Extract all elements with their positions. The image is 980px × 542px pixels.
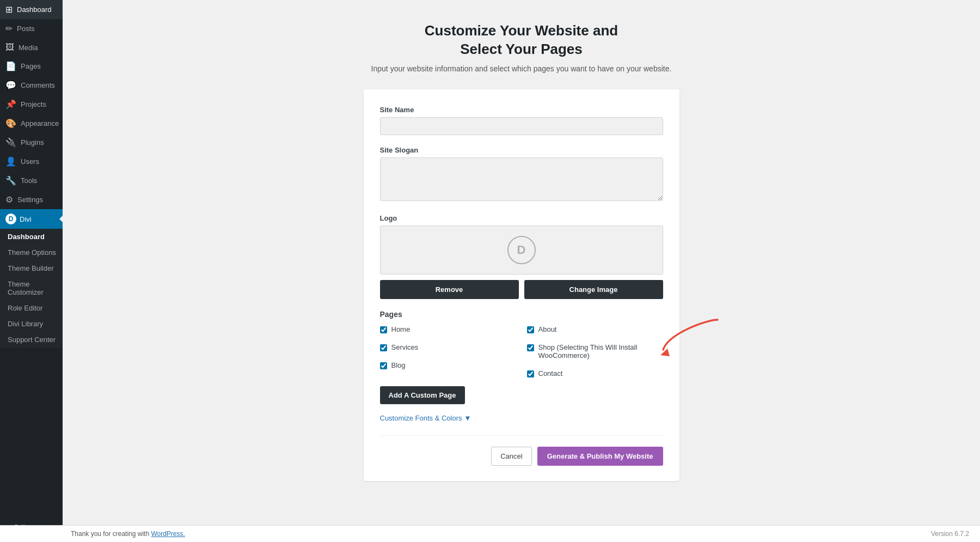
generate-publish-button[interactable]: Generate & Publish My Website [537, 447, 663, 466]
logo-group: Logo D Remove Change Image [380, 214, 663, 299]
sidebar-item-appearance[interactable]: 🎨 Appearance [0, 114, 63, 133]
page-checkbox-about[interactable] [527, 326, 534, 333]
page-item-about: About [527, 325, 663, 333]
pages-icon: 📄 [5, 61, 16, 71]
site-name-group: Site Name [380, 106, 663, 135]
change-image-button[interactable]: Change Image [524, 280, 663, 299]
pages-grid: Home Services Blog [380, 325, 663, 377]
divi-logo-icon: D [5, 214, 16, 224]
sidebar-item-plugins[interactable]: 🔌 Plugins [0, 133, 63, 152]
page-item-shop: Shop (Selecting This Will Install WooCom… [527, 343, 663, 360]
logo-label: Logo [380, 214, 663, 222]
page-checkbox-shop[interactable] [527, 344, 534, 351]
sidebar-item-projects[interactable]: 📌 Projects [0, 95, 63, 114]
divi-submenu-theme-builder[interactable]: Theme Builder [0, 260, 63, 276]
add-custom-page-button[interactable]: Add A Custom Page [380, 386, 465, 404]
page-item-services: Services [380, 343, 516, 351]
site-name-label: Site Name [380, 106, 663, 114]
divi-menu-arrow [59, 216, 63, 222]
page-checkbox-contact[interactable] [527, 370, 534, 377]
page-checkbox-home[interactable] [380, 326, 387, 333]
logo-placeholder: D [507, 236, 536, 264]
divi-submenu-role-editor[interactable]: Role Editor [0, 300, 63, 316]
wordpress-link[interactable]: WordPress. [151, 530, 185, 538]
page-checkbox-services[interactable] [380, 344, 387, 351]
pages-section: Pages Home Services Blo [380, 310, 663, 422]
divi-submenu-dashboard[interactable]: Dashboard [0, 229, 63, 245]
customize-fonts-link[interactable]: Customize Fonts & Colors ▼ [380, 414, 663, 422]
sidebar-item-comments[interactable]: 💬 Comments [0, 76, 63, 95]
sidebar-item-users[interactable]: 👤 Users [0, 152, 63, 171]
red-arrow-annotation [658, 317, 723, 361]
logo-buttons: Remove Change Image [380, 280, 663, 299]
comments-icon: 💬 [5, 80, 16, 90]
tools-icon: 🔧 [5, 175, 16, 186]
divi-submenu-theme-customizer[interactable]: Theme Customizer [0, 276, 63, 300]
main-card: Site Name Site Slogan Logo D Remove Chan… [364, 89, 679, 481]
page-item-contact: Contact [527, 369, 663, 377]
bottom-bar-text: Thank you for creating with WordPress. [71, 530, 185, 538]
logo-area: D [380, 226, 663, 275]
divi-menu-header[interactable]: D Divi [0, 209, 63, 229]
card-footer: Cancel Generate & Publish My Website [380, 435, 663, 466]
pages-label: Pages [380, 310, 663, 319]
page-title: Customize Your Website and Select Your P… [425, 22, 618, 59]
settings-icon: ⚙ [5, 194, 13, 205]
version-text: Version 6.7.2 [931, 530, 969, 538]
pages-left-col: Home Services Blog [380, 325, 516, 377]
pages-right-col: About Shop (Selecting This Will Install … [527, 325, 663, 377]
users-icon: 👤 [5, 156, 16, 167]
page-checkbox-blog[interactable] [380, 362, 387, 369]
dashboard-icon: ⊞ [5, 4, 13, 15]
projects-icon: 📌 [5, 99, 16, 109]
bottom-bar: Thank you for creating with WordPress. V… [0, 525, 980, 542]
sidebar-item-posts[interactable]: ✏ Posts [0, 19, 63, 38]
site-slogan-label: Site Slogan [380, 146, 663, 154]
divi-submenu-divi-library[interactable]: Divi Library [0, 316, 63, 332]
sidebar: ⊞ Dashboard ✏ Posts 🖼 Media 📄 Pages 💬 Co… [0, 0, 63, 542]
page-subtitle: Input your website information and selec… [371, 64, 672, 73]
posts-icon: ✏ [5, 23, 13, 34]
sidebar-item-dashboard[interactable]: ⊞ Dashboard [0, 0, 63, 19]
page-item-blog: Blog [380, 361, 516, 369]
divi-submenu-theme-options[interactable]: Theme Options [0, 245, 63, 260]
cancel-button[interactable]: Cancel [491, 447, 531, 466]
divi-submenu-support-center[interactable]: Support Center [0, 332, 63, 348]
svg-marker-0 [660, 349, 670, 356]
remove-button[interactable]: Remove [380, 280, 519, 299]
sidebar-item-media[interactable]: 🖼 Media [0, 38, 63, 57]
sidebar-item-pages[interactable]: 📄 Pages [0, 57, 63, 76]
plugins-icon: 🔌 [5, 137, 16, 148]
sidebar-item-tools[interactable]: 🔧 Tools [0, 171, 63, 190]
media-icon: 🖼 [5, 42, 14, 52]
sidebar-item-settings[interactable]: ⚙ Settings [0, 190, 63, 209]
page-item-home: Home [380, 325, 516, 333]
site-slogan-input[interactable] [380, 157, 663, 201]
site-name-input[interactable] [380, 117, 663, 135]
site-slogan-group: Site Slogan [380, 146, 663, 203]
appearance-icon: 🎨 [5, 118, 16, 129]
main-content: Customize Your Website and Select Your P… [63, 0, 980, 542]
